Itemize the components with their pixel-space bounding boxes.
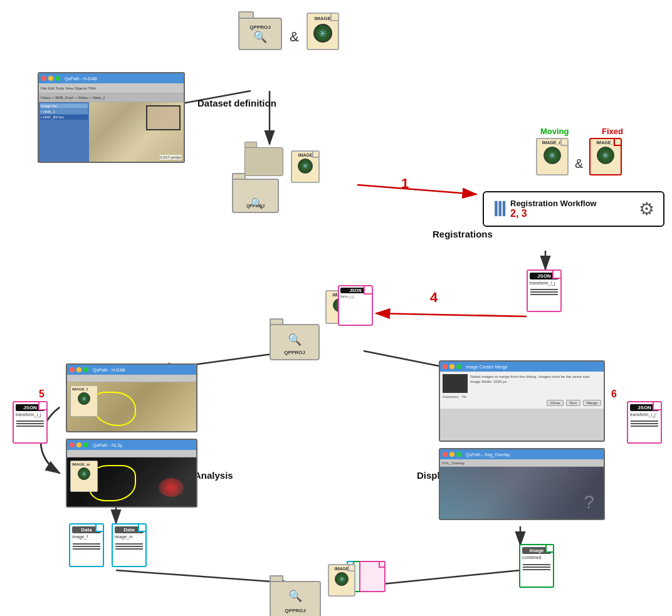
top-qpproj-folder: QPPROJ 🔍 & IMAGE ✳: [238, 13, 339, 50]
step5-label: 5: [39, 389, 45, 400]
qpproj-label-top: QPPROJ: [249, 24, 270, 30]
image-m-file: IMAGE_m ✳: [536, 138, 569, 175]
dataset-definition-label: Dataset definition: [197, 97, 276, 110]
data-files: Data image_f Data image_m: [69, 523, 147, 567]
json-transform-right: JSON transform_i_j: [527, 269, 562, 312]
analysis-screenshot-1: QuPath - H-DAB IMAGE_f ✳: [66, 363, 197, 432]
main-canvas: QPPROJ 🔍 & IMAGE ✳ Dataset definition: [0, 0, 672, 616]
ampersand-top: &: [290, 29, 299, 45]
json-transform-display: JSON transform_i_j: [627, 401, 662, 444]
json-transform-left: JSON transform_i_j: [13, 401, 48, 444]
bottom-qpproj-group: IMAGE ✳ QPPROJ 🔍: [270, 561, 386, 616]
step4-label: 4: [430, 290, 438, 306]
ampersand-reg: &: [575, 157, 583, 171]
mid-bottom-group: JSON form_i_j IMAGE ✳ QPPROJ 🔍: [270, 285, 373, 360]
display-screenshot-bottom: QuPath - Seg_Overlay OVL_Overlay ?: [439, 448, 605, 520]
step6-label: 6: [611, 389, 617, 400]
step1-label: 1: [401, 175, 409, 192]
image-f-file: IMAGE_f ✳: [589, 138, 622, 175]
registration-workflow-box: Ⅲ Registration Workflow 2, 3 ⚙: [483, 191, 664, 227]
moving-label: Moving: [540, 125, 569, 137]
display-screenshot-top: Image Creator Merge Select images to mer…: [439, 360, 605, 442]
qupath-screenshot-top: QuPath - H-DAB File Edit Tools View Obje…: [38, 72, 185, 163]
analysis-label: Analysis: [194, 470, 233, 481]
analysis-screenshot-2: QuPath - NLSy IMAGE_m ✳: [66, 439, 197, 508]
image-combined-file: Image combined: [519, 544, 554, 588]
fixed-label: Fixed: [602, 125, 623, 137]
middle-qpproj-group: IMAGE ✳ QPPROJ 🔍: [232, 147, 320, 213]
registrations-label: Registrations: [433, 229, 493, 240]
